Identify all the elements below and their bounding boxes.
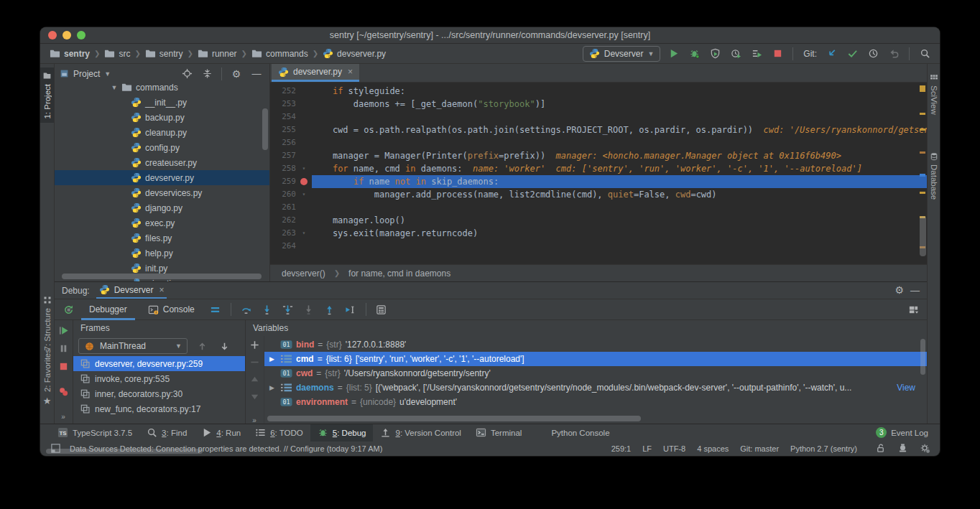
tree-file-item[interactable]: help.py: [55, 246, 269, 261]
project-horizontal-scrollbar[interactable]: [62, 274, 262, 279]
run-configuration-selector[interactable]: Devserver▼: [583, 46, 661, 62]
frames-horizontal-scrollbar[interactable]: [46, 449, 203, 454]
code-line[interactable]: 255 cwd = os.path.realpath(os.path.join(…: [270, 123, 927, 136]
toolwindow-button-python-console[interactable]: Python Console: [529, 424, 616, 442]
step-over-button[interactable]: [239, 302, 254, 317]
resume-program-button[interactable]: [56, 325, 72, 336]
frame-item[interactable]: devserver, devserver.py:259: [73, 356, 245, 371]
status-widget[interactable]: LF: [637, 444, 657, 453]
editor-tab-devserver[interactable]: devserver.py ×: [272, 64, 359, 82]
line-number[interactable]: 263: [270, 227, 296, 240]
evaluate-expression-button[interactable]: [374, 302, 389, 317]
code-line[interactable]: 262 manager.loop(): [270, 214, 927, 227]
toolwindow-button-4-run[interactable]: 4: Run: [194, 424, 248, 442]
status-widget[interactable]: 4 spaces: [691, 444, 734, 453]
stop-button[interactable]: [769, 46, 785, 62]
thread-selector[interactable]: MainThread ▼: [78, 338, 188, 354]
project-view-selector[interactable]: Project: [73, 69, 100, 79]
stop-process-button[interactable]: [56, 361, 72, 372]
add-watch-button[interactable]: [247, 340, 263, 350]
editor-vertical-scrollbar[interactable]: [920, 216, 926, 256]
code-line[interactable]: 260▾ manager.add_process(name, list2cmdl…: [270, 188, 927, 201]
step-into-my-code-button[interactable]: [280, 302, 296, 317]
project-vertical-scrollbar[interactable]: [262, 108, 268, 150]
line-number[interactable]: 257: [270, 149, 296, 162]
hector-inspections-button[interactable]: [895, 441, 910, 457]
variable-row[interactable]: 01bind={str}'127.0.0.1:8888': [264, 337, 927, 352]
zoom-window-button[interactable]: [77, 31, 85, 39]
line-number[interactable]: 260: [270, 188, 296, 201]
lock-button[interactable]: [872, 441, 888, 457]
search-everywhere-button[interactable]: [917, 46, 933, 62]
breadcrumb-item[interactable]: sentry: [47, 48, 92, 59]
tool-stripe-sciview[interactable]: SciView: [928, 70, 940, 118]
tree-file-item[interactable]: exec.py: [55, 215, 269, 230]
code-line[interactable]: 257 manager = Manager(Printer(prefix=pre…: [270, 149, 927, 162]
tree-folder-commands[interactable]: ▼commands: [55, 80, 269, 95]
close-icon[interactable]: ×: [348, 67, 353, 77]
variables-vertical-scrollbar[interactable]: [920, 339, 925, 375]
line-number[interactable]: 262: [270, 214, 296, 227]
run-button[interactable]: [665, 46, 681, 62]
breadcrumb-item[interactable]: devserver.py: [320, 48, 388, 59]
breadcrumb-item[interactable]: runner: [195, 48, 239, 59]
frame-item[interactable]: new_func, decorators.py:17: [73, 401, 245, 416]
rerun-button[interactable]: [60, 302, 76, 317]
breadcrumb-item[interactable]: sentry: [143, 48, 185, 59]
debug-settings-button[interactable]: ⚙: [895, 285, 904, 296]
line-number[interactable]: 252: [270, 85, 296, 98]
variables-horizontal-scrollbar[interactable]: [267, 416, 641, 421]
toolwindow-button-6-todo[interactable]: 6: TODO: [248, 424, 310, 442]
profile-button[interactable]: [728, 46, 744, 62]
code-line[interactable]: 256: [270, 136, 927, 149]
move-watch-down-button[interactable]: [247, 391, 263, 402]
step-into-button[interactable]: [259, 302, 275, 317]
code-line[interactable]: 264: [270, 240, 927, 253]
status-widget[interactable]: Git: master: [734, 444, 785, 453]
view-value-link[interactable]: View: [897, 383, 915, 393]
force-step-into-button[interactable]: [301, 302, 317, 317]
view-breakpoints-button[interactable]: [56, 386, 72, 397]
line-number[interactable]: 255: [270, 123, 296, 136]
run-with-coverage-button[interactable]: [707, 46, 723, 62]
line-number[interactable]: 258: [270, 162, 296, 175]
tree-file-item[interactable]: files.py: [55, 230, 269, 246]
code-line[interactable]: 252 if styleguide:: [270, 85, 927, 98]
line-number[interactable]: 256: [270, 136, 296, 149]
move-watch-up-button[interactable]: [247, 374, 263, 385]
code-area[interactable]: 252 if styleguide:253 daemons += [_get_d…: [270, 83, 927, 264]
debug-button[interactable]: [686, 46, 702, 62]
code-line[interactable]: 254: [270, 111, 927, 123]
git-update-button[interactable]: [823, 46, 839, 62]
toolwindow-button-9-version-control[interactable]: 9: Version Control: [373, 424, 468, 442]
variable-row[interactable]: ▶cmd={list: 6}['sentry', 'run', 'worker'…: [264, 352, 927, 366]
concurrency-diagram-button[interactable]: [749, 46, 764, 62]
step-out-button[interactable]: [322, 302, 338, 317]
remove-watch-button[interactable]: [247, 357, 263, 368]
fold-marker-icon[interactable]: ▾: [302, 188, 306, 201]
frame-item[interactable]: inner, decorators.py:30: [73, 386, 245, 401]
tree-file-item[interactable]: __init__.py: [55, 95, 269, 110]
tool-stripe-database[interactable]: Database: [928, 149, 940, 203]
line-number[interactable]: 261: [270, 201, 296, 214]
git-commit-button[interactable]: [844, 46, 860, 62]
tool-stripe-favorites[interactable]: 2: Favorites★: [40, 345, 54, 410]
variable-row[interactable]: ▶daemons={list: 5}[('webpack', ['/Users/…: [264, 380, 927, 395]
line-number[interactable]: 264: [270, 240, 296, 253]
status-widget[interactable]: 259:1: [606, 444, 637, 453]
run-to-cursor-button[interactable]: [343, 302, 359, 317]
show-execution-point-button[interactable]: [208, 302, 223, 317]
breadcrumb-item[interactable]: commands: [249, 48, 310, 59]
status-widget[interactable]: UTF-8: [657, 444, 691, 453]
editor-breadcrumb-item[interactable]: devserver(): [282, 268, 325, 279]
line-number[interactable]: 253: [270, 98, 296, 111]
tree-file-item[interactable]: devservices.py: [55, 185, 269, 200]
toolwindow-button-terminal[interactable]: Terminal: [468, 424, 529, 442]
tree-file-item[interactable]: devserver.py: [55, 170, 269, 185]
close-icon[interactable]: ×: [159, 285, 164, 295]
toolwindow-button-typescript-3-7-5[interactable]: TSTypeScript 3.7.5: [50, 424, 139, 442]
toolwindow-button-3-find[interactable]: 3: Find: [139, 424, 194, 442]
code-line[interactable]: 261: [270, 201, 927, 214]
code-line[interactable]: 259 if name not in skip_daemons:: [270, 175, 927, 188]
frame-down-button[interactable]: [216, 338, 232, 354]
